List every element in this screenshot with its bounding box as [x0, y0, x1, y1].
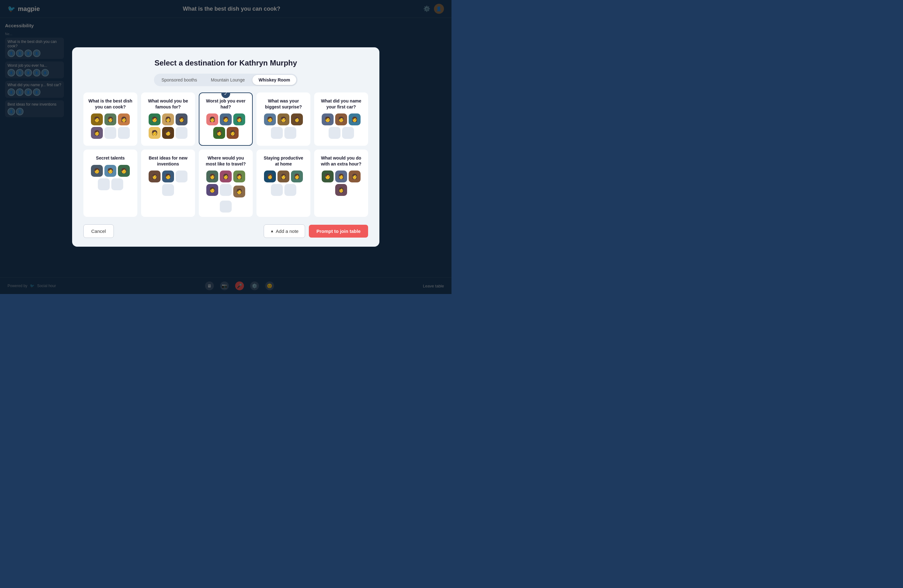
table-title-6: Secret talents	[88, 155, 132, 161]
avatar: 🧑	[149, 113, 160, 125]
avatar: 🧑	[335, 113, 347, 125]
avatar: 👩	[277, 170, 289, 182]
avatar-placeholder	[118, 127, 130, 139]
avatar: 👩	[335, 184, 347, 196]
selected-checkmark: ✓	[221, 93, 230, 98]
avatar-placeholder	[104, 127, 116, 139]
table-card-10[interactable]: What would you do with an extra hour? 🧑 …	[314, 149, 368, 217]
cancel-button[interactable]: Cancel	[83, 225, 114, 238]
avatar: 🧑	[233, 186, 245, 198]
table-title-5: What did you name your first car?	[319, 98, 363, 109]
tab-mountain-lounge[interactable]: Mountain Lounge	[205, 75, 251, 85]
avatar: 🧑	[264, 113, 276, 125]
avatar: 👩	[118, 113, 130, 125]
table-card-2[interactable]: What would you be famous for? 🧑 👩 👩 🧑 🧑	[141, 93, 195, 146]
card-avatars-7: 👩 🧑	[146, 170, 190, 196]
table-card-9[interactable]: Staying productive at home 👩 👩 👩	[256, 149, 310, 217]
card-avatars-5: 🧑 🧑 👩	[319, 113, 363, 139]
chevron-up-icon: ▲	[270, 229, 274, 233]
avatar: 🧑	[162, 170, 174, 182]
card-avatars-2: 🧑 👩 👩 🧑 🧑	[146, 113, 190, 139]
avatar: 👩	[91, 127, 103, 139]
prompt-join-button[interactable]: Prompt to join table	[309, 225, 368, 237]
avatar: 🧑	[104, 165, 116, 177]
avatar: 🧑	[91, 113, 103, 125]
avatar: 👩	[349, 113, 360, 125]
table-card-8[interactable]: Where would you most like to travel? 👩 👩…	[199, 149, 253, 217]
table-title-1: What is the best dish you can cook?	[88, 98, 132, 109]
table-title-7: Best ideas for new inventions	[146, 155, 190, 167]
avatar: 👩	[220, 170, 232, 182]
avatar: 👩	[349, 170, 360, 182]
avatar-placeholder	[220, 201, 232, 212]
avatar-placeholder	[162, 184, 174, 196]
avatar: 👩	[206, 170, 218, 182]
modal-title: Select a destination for Kathryn Murphy	[83, 59, 368, 68]
avatar: 👩	[104, 113, 116, 125]
avatar: 🧑	[322, 113, 334, 125]
avatar: 🧑	[162, 127, 174, 139]
avatar-placeholder	[285, 184, 296, 196]
avatar: 🧑	[149, 127, 160, 139]
table-grid: What is the best dish you can cook? 🧑 👩 …	[83, 93, 368, 217]
avatar: 🧑	[322, 170, 334, 182]
avatar-placeholder	[271, 127, 283, 139]
avatar-placeholder	[342, 127, 354, 139]
avatar: 👩	[206, 113, 218, 125]
card-avatars-9: 👩 👩 👩	[261, 170, 305, 196]
avatar: 👩	[233, 170, 245, 182]
modal-footer: Cancel ▲ Add a note Prompt to join table	[83, 223, 368, 238]
avatar-placeholder	[220, 184, 232, 196]
table-title-2: What would you be famous for?	[146, 98, 190, 109]
footer-right: ▲ Add a note Prompt to join table	[264, 225, 368, 238]
tab-sponsored-booths[interactable]: Sponsored booths	[155, 75, 203, 85]
avatar-placeholder	[285, 127, 296, 139]
avatar: 👩	[149, 170, 160, 182]
add-note-button[interactable]: ▲ Add a note	[264, 225, 305, 238]
avatar-placeholder	[176, 170, 187, 182]
table-card-6[interactable]: Secret talents 🧑 🧑 🧑	[83, 149, 137, 217]
tab-whiskey-room[interactable]: Whiskey Room	[252, 75, 296, 85]
table-card-5[interactable]: What did you name your first car? 🧑 🧑 👩	[314, 93, 368, 146]
table-card-1[interactable]: What is the best dish you can cook? 🧑 👩 …	[83, 93, 137, 146]
avatar: 🧑	[220, 113, 232, 125]
avatar: 🧑	[91, 165, 103, 177]
avatar: 👩	[227, 127, 239, 139]
avatar: 👩	[335, 170, 347, 182]
table-title-4: What was your biggest surprise?	[261, 98, 305, 109]
avatar: 👩	[162, 113, 174, 125]
avatar: 🧑	[277, 113, 289, 125]
room-tabs: Sponsored booths Mountain Lounge Whiskey…	[154, 74, 297, 86]
card-avatars-1: 🧑 👩 👩 👩	[88, 113, 132, 139]
table-card-7[interactable]: Best ideas for new inventions 👩 🧑	[141, 149, 195, 217]
card-avatars-4: 🧑 🧑 👩	[261, 113, 305, 139]
avatar: 🧑	[118, 165, 130, 177]
avatar: 👩	[176, 113, 187, 125]
avatar: 👩	[264, 170, 276, 182]
avatar-placeholder	[329, 127, 340, 139]
avatar: 👩	[291, 113, 303, 125]
avatar: 👩	[213, 127, 225, 139]
avatar-placeholder	[98, 178, 110, 190]
card-avatars-10: 🧑 👩 👩 👩	[319, 170, 363, 196]
avatar: 👩	[233, 113, 245, 125]
avatar-placeholder	[271, 184, 283, 196]
avatar: 👩	[291, 170, 303, 182]
card-avatars-8: 👩 👩 👩 🧑 🧑	[204, 170, 248, 212]
avatar-placeholder	[111, 178, 123, 190]
modal-overlay: Select a destination for Kathryn Murphy …	[0, 0, 452, 294]
table-title-3: Worst job you ever had?	[204, 98, 248, 109]
table-card-4[interactable]: What was your biggest surprise? 🧑 🧑 👩	[256, 93, 310, 146]
avatar-placeholder	[176, 127, 187, 139]
card-avatars-6: 🧑 🧑 🧑	[88, 165, 132, 190]
table-card-3[interactable]: ✓ Worst job you ever had? 👩 🧑 👩 👩 👩	[199, 93, 253, 146]
table-title-8: Where would you most like to travel?	[204, 155, 248, 167]
destination-modal: Select a destination for Kathryn Murphy …	[72, 47, 379, 246]
card-avatars-3: 👩 🧑 👩 👩 👩	[204, 113, 248, 139]
avatar: 🧑	[206, 184, 218, 196]
table-title-9: Staying productive at home	[261, 155, 305, 167]
table-title-10: What would you do with an extra hour?	[319, 155, 363, 167]
add-note-label: Add a note	[276, 228, 299, 234]
